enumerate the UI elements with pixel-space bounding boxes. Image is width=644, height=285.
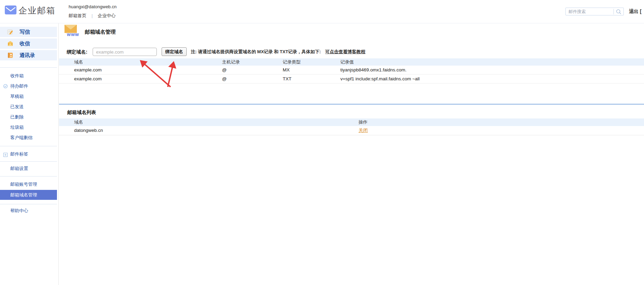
search-divider	[613, 9, 614, 14]
address-book-icon	[7, 52, 13, 58]
bind-domain-input[interactable]	[93, 48, 157, 56]
cell-domain: example.com	[74, 75, 102, 83]
sidebar-item-junk[interactable]: 垃圾箱	[10, 122, 24, 133]
compose-label: 写信	[20, 27, 30, 37]
mail-search-input[interactable]	[569, 8, 612, 15]
blog-tutorial-link[interactable]: 可点击查看博客教程	[325, 49, 365, 54]
col-record-value: 记录值	[340, 58, 354, 66]
receive-mail-label: 收信	[20, 38, 30, 49]
sidebar-item-deleted[interactable]: 已删除	[10, 112, 24, 122]
col-action: 操作	[359, 118, 367, 126]
envelope-open-icon	[7, 41, 13, 47]
sidebar-item-account-mgmt[interactable]: 邮箱账号管理	[10, 179, 37, 190]
sidebar-divider	[0, 67, 57, 68]
domain-list-table: 域名 操作 datongweb.cn 关闭	[59, 118, 644, 135]
table-row: example.com @ TXT v=spf1 include:spf.mai…	[59, 75, 644, 83]
col-record-type: 记录类型	[283, 58, 301, 66]
dns-setup-note: 注: 请通过域名提供商设置域名的 MX记录 和 TXT记录，具体如下: 可点击查…	[191, 48, 365, 56]
sidebar-item-mail-settings[interactable]: 邮箱设置	[10, 163, 28, 174]
section-divider	[59, 104, 644, 105]
compose-button[interactable]: 写信	[0, 27, 57, 37]
table-row: example.com @ MX tiyanjspb8469.omx1.faid…	[59, 66, 644, 75]
sidebar-item-domain-mgmt-active[interactable]: 邮箱域名管理	[0, 190, 57, 200]
col-host-record: 主机记录	[222, 58, 240, 66]
sidebar-divider	[0, 204, 57, 204]
cell-record-value: tiyanjspb8469.omx1.faidns.com.	[340, 66, 407, 74]
sidebar-item-todo-mail[interactable]: 待办邮件	[10, 81, 28, 91]
domain-list-section-title: 邮箱域名列表	[67, 109, 96, 116]
sidebar-divider	[0, 161, 57, 162]
cell-record-type: TXT	[283, 75, 292, 83]
pencil-paper-icon	[7, 29, 13, 35]
sidebar-divider	[0, 146, 57, 146]
enterprise-mail-app: 企业邮箱 huangxi@datongweb.cn 邮箱首页 | 企业中心 退出…	[0, 0, 644, 285]
close-domain-link[interactable]: 关闭	[359, 128, 368, 133]
contacts-label: 通讯录	[20, 50, 35, 60]
red-arrows-annotation	[0, 0, 644, 285]
dns-table-header: 域名 主机记录 记录类型 记录值	[59, 58, 644, 66]
logout-button[interactable]: 退出 [	[629, 9, 642, 15]
bind-domain-button[interactable]: 绑定域名	[162, 47, 187, 56]
mail-search-box	[565, 8, 624, 15]
sidebar-item-client-deleted[interactable]: 客户端删信	[10, 133, 33, 143]
sidebar-item-sent[interactable]: 已发送	[10, 102, 24, 112]
table-row: datongweb.cn 关闭	[59, 126, 644, 135]
bind-domain-label: 绑定域名:	[67, 48, 87, 56]
www-envelope-icon: www	[65, 25, 78, 36]
plus-box-icon[interactable]	[3, 152, 8, 157]
sidebar-item-drafts[interactable]: 草稿箱	[10, 91, 24, 102]
cell-domain: datongweb.cn	[74, 126, 103, 135]
search-icon[interactable]	[616, 9, 622, 15]
clock-check-icon	[3, 84, 8, 89]
col-domain: 域名	[74, 58, 83, 66]
logo-envelope-icon	[5, 5, 16, 14]
dns-records-table: 域名 主机记录 记录类型 记录值 example.com @ MX tiyanj…	[59, 58, 644, 83]
nav-enterprise-center-link[interactable]: 企业中心	[98, 13, 116, 18]
sidebar-item-help-center[interactable]: 帮助中心	[10, 206, 28, 216]
cell-record-type: MX	[283, 66, 290, 74]
sidebar-border	[58, 23, 59, 285]
header-nav: 邮箱首页 | 企业中心	[69, 12, 116, 20]
contacts-button[interactable]: 通讯录	[0, 50, 57, 60]
app-title: 企业邮箱	[19, 5, 56, 16]
cell-record-value: v=spf1 include:spf.mail.faidns.com ~all	[340, 75, 420, 83]
note-text: 注: 请通过域名提供商设置域名的 MX记录 和 TXT记录，具体如下:	[191, 49, 321, 54]
cell-host-record: @	[222, 75, 227, 83]
account-email: huangxi@datongweb.cn	[69, 3, 117, 11]
cell-host-record: @	[222, 66, 227, 74]
sidebar-item-mail-tags[interactable]: 邮件标签	[10, 149, 28, 159]
cell-domain: example.com	[74, 66, 102, 74]
col-domain: 域名	[74, 118, 83, 126]
www-badge: www	[67, 32, 79, 37]
sidebar-item-inbox[interactable]: 收件箱	[10, 71, 24, 81]
sidebar-divider	[0, 176, 57, 176]
domain-list-header: 域名 操作	[59, 118, 644, 126]
page-title: 邮箱域名管理	[85, 29, 116, 35]
nav-separator: |	[92, 13, 93, 18]
receive-mail-button[interactable]: 收信	[0, 38, 57, 49]
top-header: 企业邮箱 huangxi@datongweb.cn 邮箱首页 | 企业中心 退出…	[0, 0, 644, 23]
nav-mail-home-link[interactable]: 邮箱首页	[69, 13, 86, 18]
